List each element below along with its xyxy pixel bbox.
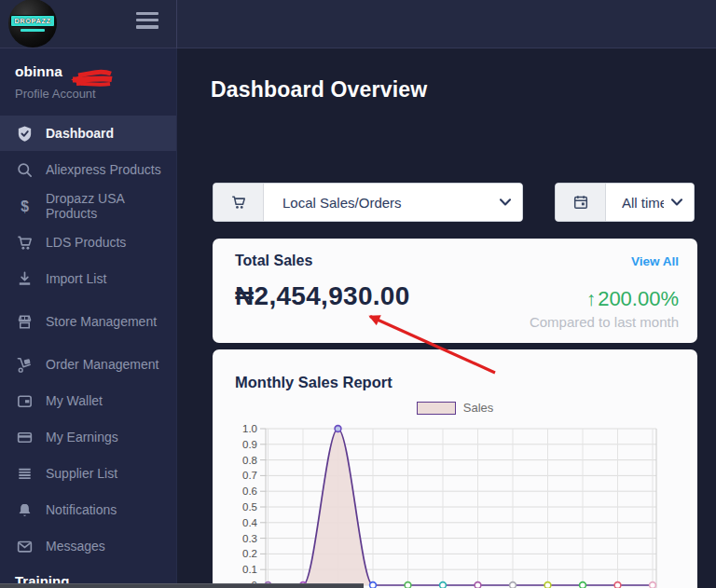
svg-text:0.4: 0.4 (242, 517, 258, 528)
sidebar-item-label: My Earnings (46, 430, 118, 444)
brand-logo[interactable]: DROPAZZ (8, 0, 57, 48)
profile-name: obinna (15, 63, 62, 80)
chart-legend[interactable]: Sales (213, 401, 697, 415)
sales-type-filter: Local Sales/Orders (213, 183, 523, 222)
sidebar-item-supplier-list[interactable]: Supplier List (0, 456, 176, 491)
svg-text:0.9: 0.9 (242, 439, 257, 450)
sidebar-item-dashboard[interactable]: Dashboard (0, 116, 176, 151)
svg-text:0.5: 0.5 (242, 501, 257, 513)
svg-text:0.1: 0.1 (242, 564, 257, 575)
envelope-icon (15, 537, 34, 555)
store-icon (15, 312, 34, 331)
sidebar-item-label: Order Management (46, 357, 158, 372)
sidebar-item-label: Supplier List (46, 466, 117, 481)
sidebar-item-label: Aliexpress Products (46, 162, 161, 177)
svg-text:0.6: 0.6 (242, 485, 257, 497)
total-sales-amount: ₦2,454,930.00 (235, 281, 410, 311)
sidebar-item-label: LDS Products (46, 235, 126, 250)
sidebar-item-label: Dashboard (46, 126, 114, 141)
svg-text:1.0: 1.0 (242, 423, 257, 434)
cart-addon-icon (213, 184, 264, 221)
time-range-select[interactable]: All time (606, 184, 694, 221)
sidebar-item-messages[interactable]: Messages (0, 528, 176, 564)
shield-check-icon (15, 124, 34, 143)
chevron-down-icon (664, 198, 682, 206)
wallet-icon (15, 391, 34, 410)
sidebar-item-label: Dropazz USA Products (46, 191, 176, 221)
sidebar-item-label: Notifications (46, 502, 117, 517)
time-range-value: All time (622, 195, 664, 211)
profile-subtitle: Profile Account (15, 87, 161, 101)
sidebar-item-import-list[interactable]: Import List (0, 261, 176, 296)
bell-icon (15, 500, 34, 519)
svg-text:0.7: 0.7 (242, 470, 257, 481)
top-bar: DROPAZZ (0, 0, 716, 48)
monthly-sales-card: Monthly Sales Report Sales 1.00.90.80.70… (213, 349, 697, 588)
dollar-icon: $ (15, 197, 34, 215)
brand-logo-strip (21, 29, 45, 32)
sales-type-value: Local Sales/Orders (282, 195, 402, 211)
legend-swatch (417, 402, 456, 415)
search-icon (15, 160, 34, 179)
sales-change-percent: ↑200.00% (586, 287, 679, 311)
sidebar-item-my-wallet[interactable]: My Wallet (0, 383, 176, 418)
menu-toggle-icon[interactable] (136, 12, 159, 35)
dolly-icon (15, 355, 34, 374)
legend-label: Sales (463, 401, 494, 415)
svg-text:0.8: 0.8 (242, 455, 257, 466)
sidebar-item-label: Store Management (46, 314, 157, 329)
sidebar-header: DROPAZZ (0, 0, 177, 48)
sidebar-nav: Dashboard Aliexpress Products $ Dropazz … (0, 116, 176, 588)
list-icon (15, 464, 34, 483)
calendar-addon-icon (556, 184, 606, 221)
filter-row: Local Sales/Orders All time (213, 183, 695, 222)
brand-logo-text: DROPAZZ (10, 15, 54, 27)
cart-icon (15, 233, 34, 252)
sidebar-item-order-management[interactable]: Order Management (0, 347, 176, 382)
chart-title: Monthly Sales Report (213, 374, 697, 391)
horizontal-scrollbar-thumb[interactable] (0, 583, 364, 588)
sidebar-item-notifications[interactable]: Notifications (0, 492, 176, 527)
sidebar-item-store-management[interactable]: Store Management (0, 304, 176, 339)
sales-type-select[interactable]: Local Sales/Orders (264, 184, 522, 221)
page-title: Dashboard Overview (211, 77, 427, 103)
compare-note: Compared to last month (235, 314, 679, 330)
svg-text:$: $ (21, 198, 29, 213)
monthly-sales-chart: 1.00.90.80.70.60.50.40.30.20.10 (213, 418, 697, 588)
sidebar-item-my-earnings[interactable]: My Earnings (0, 419, 176, 455)
sidebar: obinna Profile Account Dashboard Aliexpr… (0, 48, 177, 588)
sidebar-item-aliexpress-products[interactable]: Aliexpress Products (0, 152, 176, 187)
sidebar-item-label: Import List (46, 271, 106, 286)
svg-text:0.2: 0.2 (242, 548, 257, 559)
download-icon (15, 269, 34, 288)
sidebar-item-lds-products[interactable]: LDS Products (0, 225, 176, 260)
sidebar-item-label: My Wallet (46, 393, 103, 408)
main-content: Dashboard Overview Local Sales/Orders Al… (177, 48, 716, 588)
credit-card-icon (15, 428, 34, 446)
chevron-down-icon (492, 198, 511, 206)
total-sales-card: Total Sales View All ₦2,454,930.00 ↑200.… (213, 239, 697, 343)
total-sales-title: Total Sales (235, 253, 312, 269)
profile-block[interactable]: obinna Profile Account (0, 48, 176, 112)
svg-text:0.3: 0.3 (242, 533, 257, 544)
sidebar-item-label: Messages (46, 539, 105, 554)
time-range-filter: All time (555, 183, 695, 222)
arrow-up-icon: ↑ (586, 288, 597, 309)
view-all-link[interactable]: View All (631, 254, 679, 268)
sidebar-item-dropazz-usa-products[interactable]: $ Dropazz USA Products (0, 188, 176, 224)
